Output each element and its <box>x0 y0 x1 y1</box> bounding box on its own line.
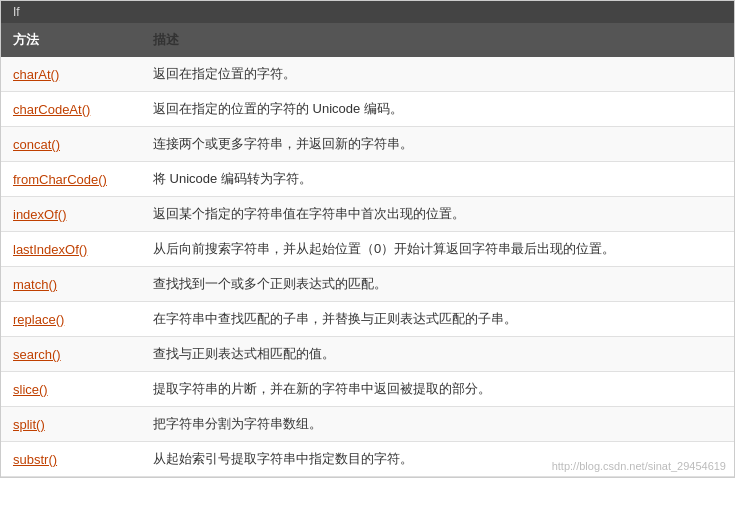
desc-text: 将 Unicode 编码转为字符。 <box>153 170 312 188</box>
desc-text: 查找与正则表达式相匹配的值。 <box>153 345 335 363</box>
method-cell: indexOf() <box>1 197 141 231</box>
top-bar-text: If <box>13 5 20 19</box>
method-link[interactable]: concat() <box>13 137 60 152</box>
method-cell: slice() <box>1 372 141 406</box>
desc-text: 返回在指定的位置的字符的 Unicode 编码。 <box>153 100 403 118</box>
table-row: split() 把字符串分割为字符串数组。 <box>1 407 734 442</box>
method-link[interactable]: search() <box>13 347 61 362</box>
desc-cell: 从起始索引号提取字符串中指定数目的字符。 http://blog.csdn.ne… <box>141 442 734 476</box>
desc-cell: 在字符串中查找匹配的子串，并替换与正则表达式匹配的子串。 <box>141 302 734 336</box>
method-cell: charAt() <box>1 57 141 91</box>
desc-cell: 从后向前搜索字符串，并从起始位置（0）开始计算返回字符串最后出现的位置。 <box>141 232 734 266</box>
desc-text: 提取字符串的片断，并在新的字符串中返回被提取的部分。 <box>153 380 491 398</box>
method-cell: fromCharCode() <box>1 162 141 196</box>
method-link[interactable]: replace() <box>13 312 64 327</box>
method-link[interactable]: charCodeAt() <box>13 102 90 117</box>
method-link[interactable]: split() <box>13 417 45 432</box>
desc-text: 查找找到一个或多个正则表达式的匹配。 <box>153 275 387 293</box>
table-header: 方法 描述 <box>1 23 734 57</box>
table-row: replace() 在字符串中查找匹配的子串，并替换与正则表达式匹配的子串。 <box>1 302 734 337</box>
desc-text: 连接两个或更多字符串，并返回新的字符串。 <box>153 135 413 153</box>
method-link[interactable]: fromCharCode() <box>13 172 107 187</box>
table-row: search() 查找与正则表达式相匹配的值。 <box>1 337 734 372</box>
desc-cell: 查找找到一个或多个正则表达式的匹配。 <box>141 267 734 301</box>
desc-text: 把字符串分割为字符串数组。 <box>153 415 322 433</box>
header-desc: 描述 <box>141 29 734 51</box>
desc-text: 在字符串中查找匹配的子串，并替换与正则表达式匹配的子串。 <box>153 310 517 328</box>
table-row: fromCharCode() 将 Unicode 编码转为字符。 <box>1 162 734 197</box>
desc-text: 返回某个指定的字符串值在字符串中首次出现的位置。 <box>153 205 465 223</box>
table-body: charAt() 返回在指定位置的字符。 charCodeAt() 返回在指定的… <box>1 57 734 477</box>
table-row: slice() 提取字符串的片断，并在新的字符串中返回被提取的部分。 <box>1 372 734 407</box>
method-cell: substr() <box>1 442 141 476</box>
method-link[interactable]: lastIndexOf() <box>13 242 87 257</box>
table-row: charAt() 返回在指定位置的字符。 <box>1 57 734 92</box>
desc-cell: 提取字符串的片断，并在新的字符串中返回被提取的部分。 <box>141 372 734 406</box>
method-cell: match() <box>1 267 141 301</box>
method-link[interactable]: match() <box>13 277 57 292</box>
desc-cell: 将 Unicode 编码转为字符。 <box>141 162 734 196</box>
method-link[interactable]: charAt() <box>13 67 59 82</box>
method-cell: replace() <box>1 302 141 336</box>
desc-text: 从起始索引号提取字符串中指定数目的字符。 <box>153 450 413 468</box>
desc-cell: 返回在指定的位置的字符的 Unicode 编码。 <box>141 92 734 126</box>
table-row: indexOf() 返回某个指定的字符串值在字符串中首次出现的位置。 <box>1 197 734 232</box>
header-method: 方法 <box>1 29 141 51</box>
desc-cell: 把字符串分割为字符串数组。 <box>141 407 734 441</box>
table-row: lastIndexOf() 从后向前搜索字符串，并从起始位置（0）开始计算返回字… <box>1 232 734 267</box>
top-bar: If <box>1 1 734 23</box>
method-link[interactable]: slice() <box>13 382 48 397</box>
method-cell: concat() <box>1 127 141 161</box>
desc-cell: 返回某个指定的字符串值在字符串中首次出现的位置。 <box>141 197 734 231</box>
method-cell: lastIndexOf() <box>1 232 141 266</box>
desc-text: 从后向前搜索字符串，并从起始位置（0）开始计算返回字符串最后出现的位置。 <box>153 240 615 258</box>
method-link[interactable]: indexOf() <box>13 207 66 222</box>
desc-cell: 连接两个或更多字符串，并返回新的字符串。 <box>141 127 734 161</box>
table-row: match() 查找找到一个或多个正则表达式的匹配。 <box>1 267 734 302</box>
watermark-text: http://blog.csdn.net/sinat_29454619 <box>552 460 726 472</box>
method-link[interactable]: substr() <box>13 452 57 467</box>
table-row: charCodeAt() 返回在指定的位置的字符的 Unicode 编码。 <box>1 92 734 127</box>
table-row: substr() 从起始索引号提取字符串中指定数目的字符。 http://blo… <box>1 442 734 477</box>
desc-cell: 返回在指定位置的字符。 <box>141 57 734 91</box>
string-methods-table: If 方法 描述 charAt() 返回在指定位置的字符。 charCodeAt… <box>0 0 735 478</box>
table-row: concat() 连接两个或更多字符串，并返回新的字符串。 <box>1 127 734 162</box>
desc-cell: 查找与正则表达式相匹配的值。 <box>141 337 734 371</box>
method-cell: split() <box>1 407 141 441</box>
method-cell: charCodeAt() <box>1 92 141 126</box>
desc-text: 返回在指定位置的字符。 <box>153 65 296 83</box>
method-cell: search() <box>1 337 141 371</box>
